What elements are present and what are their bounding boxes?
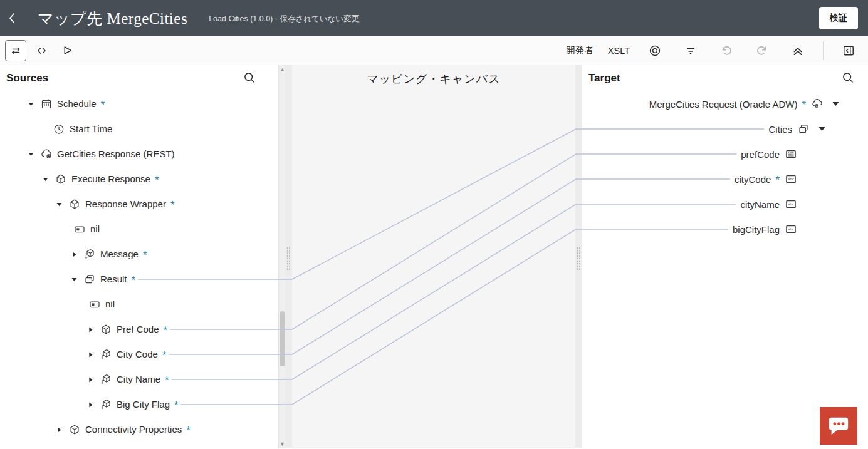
caret-down-icon[interactable]: [818, 126, 825, 132]
test-run-button[interactable]: [56, 40, 78, 61]
target-item-label: bigCityFlag: [733, 224, 780, 235]
num-icon: 123: [785, 148, 797, 160]
target-tree-item[interactable]: bigCityFlagabc: [582, 217, 868, 242]
left-splitter[interactable]: [285, 65, 292, 448]
cloud-db-icon: [812, 98, 823, 110]
tree-item-label: Response Wrapper: [85, 199, 166, 209]
filter-button[interactable]: [680, 40, 701, 61]
source-tree-item[interactable]: City Code*: [0, 342, 285, 367]
cube-icon: [55, 173, 66, 185]
required-star: *: [101, 99, 105, 111]
chevron-expanded-icon[interactable]: [55, 200, 69, 209]
chevron-collapsed-icon[interactable]: [86, 351, 100, 359]
sources-panel-header: Sources: [0, 65, 285, 91]
chevron-collapsed-icon[interactable]: [70, 250, 84, 259]
undo-button[interactable]: [716, 40, 737, 61]
redo-button[interactable]: [751, 40, 773, 61]
source-tree-item[interactable]: Big City Flag*: [0, 392, 285, 417]
target-item-label: prefCode: [741, 149, 780, 160]
scrollbar-thumb[interactable]: [280, 311, 285, 366]
chat-bubble-icon: [827, 415, 850, 437]
tree-item-label: nil: [90, 224, 100, 234]
target-panel-header: Target: [582, 65, 868, 91]
source-tree-item[interactable]: Execute Response*: [0, 167, 285, 192]
app-header: マップ先 MergeCities Load Cities (1.0.0) - 保…: [0, 0, 868, 36]
source-tree-item[interactable]: Connectivity Properties*: [0, 417, 285, 442]
chevron-collapsed-icon[interactable]: [86, 376, 100, 384]
chevron-collapsed-icon[interactable]: [86, 401, 100, 409]
source-tree-item[interactable]: nil: [0, 292, 285, 317]
chevron-expanded-icon[interactable]: [41, 175, 55, 183]
target-tree: MergeCities Request (Oracle ADW)*Citiesp…: [582, 91, 868, 242]
source-tree-item[interactable]: City Name*: [0, 367, 285, 392]
attribute-icon: [89, 299, 100, 310]
collapse-all-button[interactable]: [787, 40, 808, 61]
target-item-label: Cities: [768, 124, 792, 135]
target-tree-item[interactable]: prefCode123: [582, 142, 868, 167]
source-tree-item[interactable]: Message*: [0, 242, 285, 267]
required-star: *: [162, 349, 167, 361]
required-star: *: [143, 249, 147, 261]
source-tree-item[interactable]: Response Wrapper*: [0, 192, 285, 217]
code-view-button[interactable]: [31, 40, 52, 61]
stack-icon: [84, 274, 95, 285]
source-tree-item[interactable]: GetCities Response (REST): [0, 142, 285, 167]
stack-icon: [798, 123, 809, 135]
cloud-gear-icon: [41, 148, 52, 160]
chevron-expanded-icon[interactable]: [27, 100, 41, 108]
search-icon: [243, 71, 256, 84]
chevron-left-icon: [7, 11, 17, 25]
required-star: *: [155, 174, 159, 186]
mapper-toolbar: 開発者 XSLT: [0, 36, 868, 65]
back-button[interactable]: [0, 0, 24, 36]
cube-icon: [69, 199, 80, 210]
chevron-expanded-icon[interactable]: [70, 276, 84, 284]
cube-down-icon: [100, 349, 112, 360]
chevron-collapsed-icon[interactable]: [55, 426, 69, 434]
redo-icon: [756, 44, 768, 57]
visibility-button[interactable]: [644, 40, 666, 61]
target-title: Target: [588, 72, 620, 85]
mapper-view-button[interactable]: [5, 40, 26, 61]
tree-item-label: City Name: [117, 374, 160, 384]
target-panel: Target MergeCities Request (Oracle ADW)*…: [582, 65, 868, 448]
cube-icon: [69, 424, 80, 435]
target-tree-item[interactable]: Cities: [582, 116, 868, 142]
source-tree-item[interactable]: nil: [0, 217, 285, 242]
target-tree-item[interactable]: MergeCities Request (Oracle ADW)*: [582, 91, 868, 116]
abc-icon: abc: [785, 199, 797, 210]
right-splitter[interactable]: [575, 65, 582, 448]
panel-toggle-button[interactable]: [838, 40, 859, 61]
cube-down-icon: [100, 374, 112, 385]
chevron-collapsed-icon[interactable]: [86, 326, 100, 334]
splitter-grip-icon: [577, 247, 581, 271]
tree-item-label: GetCities Response (REST): [57, 148, 175, 159]
tree-item-label: Result: [100, 274, 127, 284]
validate-button[interactable]: 検証: [819, 7, 858, 29]
sources-search-button[interactable]: [243, 71, 256, 86]
chevron-expanded-icon[interactable]: [27, 150, 41, 158]
source-tree-item[interactable]: Schedule*: [0, 91, 285, 116]
sources-title: Sources: [6, 72, 48, 85]
xslt-button[interactable]: XSLT: [608, 46, 630, 56]
tree-item-label: Start Time: [70, 123, 112, 134]
chat-button[interactable]: [820, 407, 857, 445]
search-icon: [842, 71, 854, 84]
tree-item-label: Message: [100, 249, 139, 259]
toolbar-separator: [823, 41, 824, 60]
source-tree-item[interactable]: Start Time: [0, 116, 285, 142]
splitter-grip-icon: [286, 247, 291, 271]
target-tree-item[interactable]: cityNameabc: [582, 192, 868, 217]
sources-scrollbar[interactable]: ▲ ▼: [278, 65, 285, 448]
svg-text:abc: abc: [788, 202, 793, 206]
target-tree-item[interactable]: cityCode*abc: [582, 167, 868, 192]
required-star: *: [170, 199, 175, 211]
developer-mode-button[interactable]: 開発者: [566, 44, 593, 56]
target-item-label: cityName: [740, 199, 780, 210]
target-item-label: cityCode: [735, 174, 771, 185]
source-tree-item[interactable]: Result*: [0, 267, 285, 292]
target-search-button[interactable]: [842, 71, 854, 86]
svg-text:123: 123: [788, 152, 793, 155]
source-tree-item[interactable]: Pref Code*: [0, 317, 285, 342]
caret-down-icon[interactable]: [832, 101, 839, 106]
